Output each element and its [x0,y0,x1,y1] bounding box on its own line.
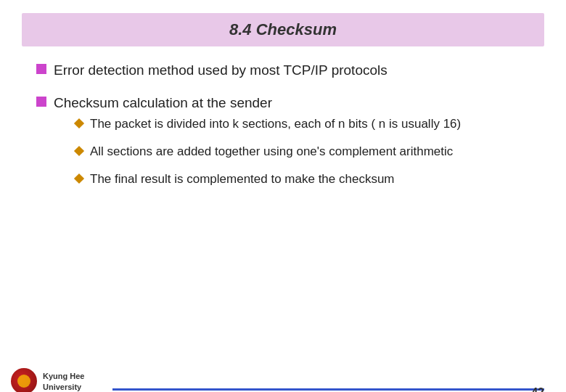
sub-bullet-3-text: The final result is complemented to make… [90,171,395,188]
diamond-icon-2 [74,146,84,156]
university-name-block: Kyung Hee University [43,371,84,392]
sub-bullets: The packet is divided into k sections, e… [54,115,461,197]
university-name-line1: Kyung Hee [43,371,84,381]
university-name-line2: University [43,382,84,392]
sub-bullet-1: The packet is divided into k sections, e… [75,115,461,133]
main-bullet-1: Error detection method used by most TCP/… [36,61,530,81]
slide: 8.4 Checksum Error detection method used… [0,13,566,392]
diamond-icon-1 [74,118,84,128]
footer-logo-area: Kyung Hee University [0,368,84,393]
footer: Kyung Hee University 42 [0,365,566,392]
main-bullet-2-text: Checksum calculation at the sender [54,94,461,113]
bullet-square-icon-2 [36,97,46,107]
sub-bullet-2: All sections are added together using on… [75,143,461,160]
title-bar: 8.4 Checksum [22,13,544,46]
logo-inner-circle [17,375,30,388]
content-area: Error detection method used by most TCP/… [0,46,566,219]
slide-title: 8.4 Checksum [36,20,530,39]
sub-bullet-1-text: The packet is divided into k sections, e… [90,115,461,133]
sub-bullet-3: The final result is complemented to make… [75,171,461,188]
page-number: 42 [531,386,544,392]
main-bullet-2: Checksum calculation at the sender The p… [36,94,530,198]
university-logo [11,368,37,393]
main-bullet-1-text: Error detection method used by most TCP/… [54,61,387,81]
sub-bullet-2-text: All sections are added together using on… [90,143,453,160]
diamond-icon-3 [74,173,84,184]
footer-divider-line [112,388,544,391]
bullet-square-icon [36,64,46,74]
